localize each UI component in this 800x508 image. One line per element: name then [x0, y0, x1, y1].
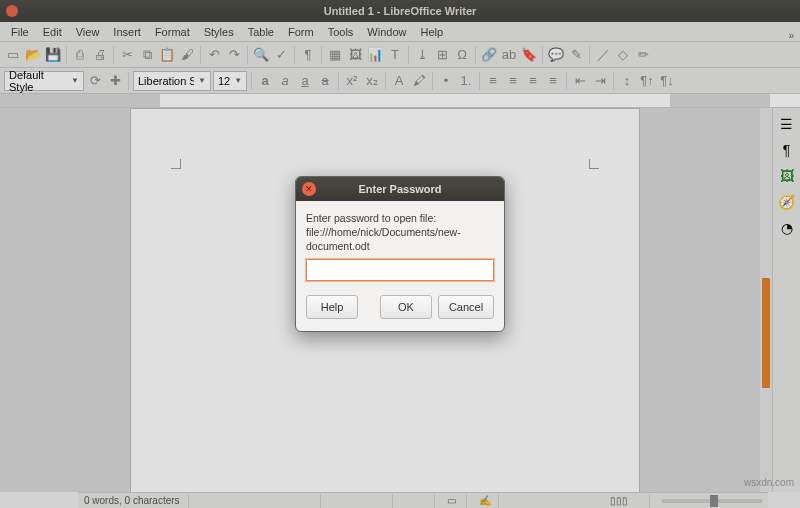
dialog-button-row: Help OK Cancel	[306, 295, 494, 319]
modal-overlay: ✕ Enter Password Enter password to open …	[0, 0, 800, 508]
help-button[interactable]: Help	[306, 295, 358, 319]
dialog-titlebar[interactable]: ✕ Enter Password	[296, 177, 504, 201]
dialog-prompt: Enter password to open file: file:///hom…	[306, 211, 494, 254]
dialog-title: Enter Password	[296, 183, 504, 195]
password-dialog: ✕ Enter Password Enter password to open …	[295, 176, 505, 333]
dialog-close-button[interactable]: ✕	[302, 182, 316, 196]
prompt-line2: file:///home/nick/Documents/new-document…	[306, 225, 494, 253]
cancel-button[interactable]: Cancel	[438, 295, 494, 319]
dialog-body: Enter password to open file: file:///hom…	[296, 201, 504, 332]
prompt-line1: Enter password to open file:	[306, 211, 494, 225]
password-input[interactable]	[306, 259, 494, 281]
ok-button[interactable]: OK	[380, 295, 432, 319]
button-spacer	[364, 295, 374, 319]
